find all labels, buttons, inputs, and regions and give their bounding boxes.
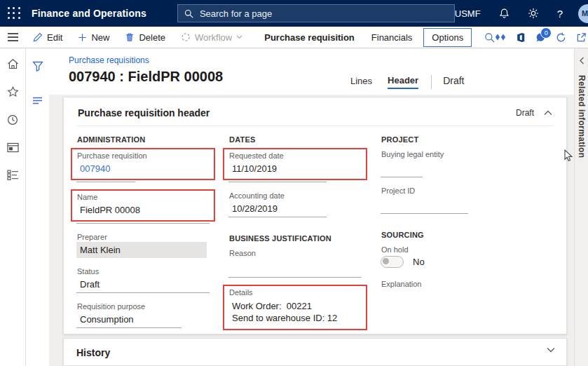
requisition-purpose-input[interactable]: Consumption bbox=[76, 311, 182, 328]
field-buying-legal-entity: Buying legal entity bbox=[381, 150, 514, 177]
user-avatar[interactable]: MK bbox=[578, 4, 588, 23]
settings-gear-icon[interactable] bbox=[528, 8, 539, 19]
record-status: Draft bbox=[443, 75, 464, 89]
trash-icon bbox=[125, 32, 135, 42]
name-input[interactable]: FieldPR 00008 bbox=[76, 202, 210, 218]
related-information-label: Related information bbox=[577, 75, 587, 158]
feedback-icon[interactable]: 0 bbox=[535, 32, 546, 43]
section-title: Purchase requisition header bbox=[78, 107, 210, 118]
annotation-box-purchase-requisition: Purchase requisition 007940 bbox=[71, 148, 215, 180]
action-pane: Edit New Delete Workflow Purchase requis… bbox=[0, 27, 588, 48]
delete-button-label: Delete bbox=[139, 32, 165, 43]
company-selector[interactable]: USMF bbox=[455, 8, 481, 19]
open-in-new-window-icon[interactable] bbox=[576, 32, 587, 43]
buying-legal-entity-input[interactable] bbox=[381, 165, 423, 177]
field-underline bbox=[76, 223, 210, 224]
annotation-box-requested-date: Requested date 11/10/2019 bbox=[223, 148, 367, 180]
group-heading-project: PROJECT bbox=[381, 135, 514, 144]
home-icon[interactable] bbox=[7, 58, 19, 69]
feedback-count-badge: 0 bbox=[540, 27, 552, 39]
field-accounting-date: Accounting date 10/28/2019 bbox=[228, 191, 362, 217]
edit-button-label: Edit bbox=[47, 32, 62, 43]
list-view-icon[interactable] bbox=[32, 97, 43, 104]
field-requested-date: Requested date 11/10/2019 bbox=[228, 148, 362, 182]
status-input[interactable]: Draft bbox=[76, 276, 210, 293]
topbar-right-group: USMF ? MK bbox=[455, 4, 588, 23]
help-icon[interactable]: ? bbox=[557, 8, 563, 20]
tab-lines[interactable]: Lines bbox=[350, 76, 372, 89]
field-label: Preparer bbox=[77, 233, 210, 241]
favorites-star-icon[interactable] bbox=[7, 86, 19, 97]
column-dates: DATES Requested date 11/10/2019 Accounti… bbox=[228, 135, 362, 334]
field-reason: Reason bbox=[228, 249, 362, 278]
explanation-input[interactable] bbox=[381, 289, 514, 301]
field-on-hold: On hold No bbox=[381, 245, 514, 268]
page-header: Purchase requisitions 007940 : FieldPR 0… bbox=[49, 48, 574, 95]
content-area: Purchase requisitions 007940 : FieldPR 0… bbox=[49, 48, 574, 366]
requested-date-input[interactable]: 11/10/2019 bbox=[228, 161, 362, 177]
chevron-down-icon bbox=[236, 35, 242, 39]
reason-input[interactable] bbox=[228, 266, 362, 278]
modules-list-icon[interactable] bbox=[7, 170, 19, 180]
field-underline bbox=[228, 182, 327, 182]
tab-purchase-requisition[interactable]: Purchase requisition bbox=[256, 32, 363, 43]
field-preparer: Preparer Matt Klein bbox=[76, 233, 210, 258]
refresh-icon[interactable] bbox=[556, 32, 566, 43]
divider bbox=[431, 75, 432, 89]
column-project: PROJECT Buying legal entity Project ID S… bbox=[381, 135, 514, 334]
workflow-icon bbox=[181, 32, 191, 42]
left-nav-rail bbox=[0, 48, 26, 366]
office-logo-icon[interactable] bbox=[516, 32, 526, 43]
recent-clock-icon[interactable] bbox=[7, 114, 18, 126]
tab-options[interactable]: Options bbox=[423, 28, 472, 47]
project-id-input[interactable] bbox=[381, 202, 468, 214]
breadcrumb[interactable]: Purchase requisitions bbox=[69, 55, 574, 65]
app-launcher-waffle-icon[interactable] bbox=[8, 7, 21, 20]
edit-button[interactable]: Edit bbox=[25, 32, 70, 43]
history-section[interactable]: History bbox=[63, 338, 567, 366]
tab-financials[interactable]: Financials bbox=[363, 32, 421, 43]
hamburger-menu-icon[interactable] bbox=[8, 33, 18, 41]
new-button-label: New bbox=[91, 32, 109, 43]
related-information-rail[interactable]: Related information bbox=[574, 48, 588, 366]
collapse-chevron-up-icon[interactable] bbox=[544, 110, 552, 116]
new-button[interactable]: New bbox=[70, 32, 117, 43]
annotation-box-name: Name FieldPR 00008 bbox=[71, 189, 215, 222]
page-search-input[interactable]: Search for a page bbox=[177, 4, 455, 22]
annotation-box-details: Details Work Order: 00221 Send to wareho… bbox=[223, 285, 367, 330]
on-hold-toggle[interactable] bbox=[381, 256, 404, 268]
history-title: History bbox=[76, 341, 110, 358]
field-purchase-requisition: Purchase requisition 007940 bbox=[76, 148, 210, 182]
field-status: Status Draft bbox=[76, 267, 210, 293]
workspaces-icon[interactable] bbox=[7, 142, 19, 153]
filter-rail bbox=[26, 48, 49, 366]
workflow-button[interactable]: Workflow bbox=[173, 32, 250, 43]
field-label: Purchase requisition bbox=[77, 151, 210, 160]
field-label: Status bbox=[77, 267, 210, 276]
on-hold-value: No bbox=[413, 257, 425, 267]
tab-header[interactable]: Header bbox=[388, 75, 418, 89]
section-header[interactable]: Purchase requisition header Draft bbox=[76, 106, 554, 126]
chevron-left-icon[interactable] bbox=[579, 57, 584, 65]
details-textarea[interactable]: Work Order: 00221 Send to warehouse ID: … bbox=[228, 297, 362, 327]
group-heading-administration: ADMINISTRATION bbox=[77, 135, 210, 144]
attachments-diamond-icon[interactable] bbox=[495, 33, 506, 41]
plus-icon bbox=[78, 33, 87, 42]
filter-funnel-icon[interactable] bbox=[32, 61, 43, 72]
section-status: Draft bbox=[516, 108, 534, 118]
accounting-date-input[interactable]: 10/28/2019 bbox=[228, 201, 327, 217]
purchase-requisition-link[interactable]: 007940 bbox=[76, 161, 210, 177]
field-explanation: Explanation bbox=[381, 280, 514, 301]
field-requisition-purpose: Requisition purpose Consumption bbox=[76, 302, 210, 328]
view-tabs: Lines Header Draft bbox=[350, 75, 465, 89]
action-search-icon[interactable] bbox=[484, 32, 495, 43]
top-navigation-bar: Finance and Operations Search for a page… bbox=[0, 0, 588, 27]
notifications-bell-icon[interactable] bbox=[499, 8, 510, 19]
purchase-requisition-header-card: Purchase requisition header Draft ADMINI… bbox=[63, 97, 567, 334]
search-placeholder: Search for a page bbox=[200, 8, 272, 19]
field-project-id: Project ID bbox=[381, 187, 514, 214]
delete-button[interactable]: Delete bbox=[117, 32, 173, 43]
expand-chevron-down-icon[interactable] bbox=[547, 347, 555, 353]
app-title: Finance and Operations bbox=[32, 8, 146, 19]
field-label: Accounting date bbox=[229, 191, 362, 200]
